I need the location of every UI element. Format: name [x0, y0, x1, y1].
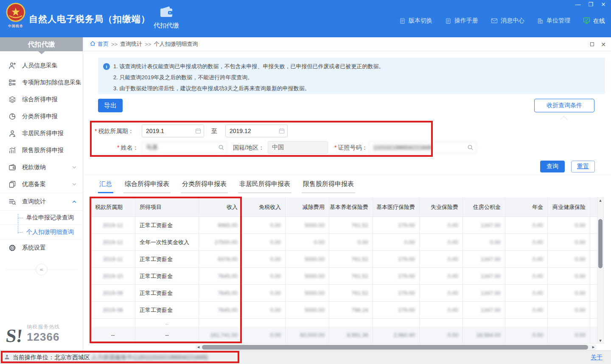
period-to-input[interactable] [225, 125, 288, 137]
restore-icon[interactable]: ❐ [587, 1, 594, 8]
cell-value: 0.00 [548, 285, 590, 302]
sidebar-item-comprehensive-income[interactable]: 综合所得申报 [0, 91, 83, 108]
totals-cell: 161,741.00 [199, 327, 242, 344]
scroll-right-icon[interactable]: ► [591, 345, 595, 349]
sidebar-nav: 人员信息采集专项附加扣除信息采集综合所得申报分类所得申报非居民所得申报限售股所得… [0, 51, 83, 256]
table-row[interactable]: 2019-09正常工资薪金7645.000.005000.00761.52279… [91, 285, 597, 302]
name-input[interactable] [142, 141, 227, 154]
scroll-down-icon[interactable]: ▼ [597, 339, 603, 343]
tab-综合所得申报表[interactable]: 综合所得申报表 [123, 180, 171, 193]
menu-item-label: 操作手册 [454, 17, 478, 25]
sidebar-item-restricted-shares[interactable]: 限售股所得申报 [0, 142, 83, 159]
totals-cell: 0.00 [242, 327, 286, 344]
calendar-icon[interactable] [279, 128, 285, 134]
menu-item-version-switch[interactable]: 版本切换 [399, 17, 432, 25]
totals-cell: 0.00 [420, 327, 463, 344]
menu-item-unit-management[interactable]: 单位管理 [537, 17, 570, 25]
search-list-icon [8, 198, 17, 206]
horizontal-scrollbar[interactable]: ◄ ► [196, 345, 596, 350]
table-row[interactable]: 2019-08正常工资薪金7645.000.005000.00798.24279… [91, 302, 597, 319]
query-form: *税款所属期： 至 *姓名： [84, 122, 611, 158]
tab-汇总[interactable]: 汇总 [98, 180, 113, 193]
sidebar-item-classified-income[interactable]: 分类所得申报 [0, 108, 83, 125]
about-link[interactable]: 关于 [591, 354, 603, 361]
calendar-icon[interactable] [195, 128, 201, 134]
cell-value: 5000.00 [286, 285, 329, 302]
cell-value [505, 319, 548, 327]
sidebar-item-system-settings[interactable]: 系统设置 [0, 239, 83, 256]
chevron-down-icon [72, 165, 77, 170]
table-row[interactable]: 2019-12正常工资薪金9985.000.005000.00761.52279… [91, 217, 597, 234]
vertical-scrollbar[interactable]: ▲ ▼ [597, 197, 604, 344]
table-row-partial[interactable]: .. [91, 319, 597, 327]
sidebar-item-nonresident-income[interactable]: 非居民所得申报 [0, 125, 83, 142]
cell-value: 0.00 [373, 234, 420, 251]
export-button[interactable]: 导出 [98, 99, 123, 112]
cell-value: 0.00 [329, 234, 373, 251]
breadcrumb-separator: >> [111, 41, 118, 47]
menu-item-message-center[interactable]: 消息中心 [491, 17, 524, 25]
sidebar-subitem-unit-declaration-record-query[interactable]: 单位申报记录查询 [0, 211, 83, 225]
chevron-up-icon [72, 199, 77, 204]
breadcrumb-separator: >> [145, 41, 151, 47]
scroll-up-icon[interactable]: ▲ [597, 198, 603, 203]
tab-限售股所得申报表[interactable]: 限售股所得申报表 [302, 180, 355, 193]
table-row[interactable]: 2019-10正常工资薪金7645.000.005000.00761.52279… [91, 268, 597, 285]
cell-value: 798.24 [329, 302, 373, 319]
name-field [142, 141, 227, 154]
cell-value: 279.00 [373, 251, 420, 268]
table-row[interactable]: 2019-11正常工资薪金9378.000.005000.00761.52279… [91, 251, 597, 268]
breadcrumb-home[interactable]: 首页 [90, 40, 109, 48]
sidebar-item-preferential-filing[interactable]: 优惠备案 [0, 176, 83, 193]
panel-maximize-icon[interactable] [590, 42, 594, 47]
menu-item-manual[interactable]: 操作手册 [445, 17, 478, 25]
breadcrumb-item-query-statistics[interactable]: 查询统计 [120, 40, 142, 48]
cell-value [590, 217, 597, 234]
search-icon[interactable] [467, 144, 474, 151]
cell-value: 9985.00 [199, 217, 242, 234]
sidebar-item-special-deduction[interactable]: 专项附加扣除信息采集 [0, 74, 83, 91]
column-header-5: 基本养老保险费 [329, 197, 373, 217]
app-title: 自然人电子税务局（扣缴端） [29, 13, 150, 25]
sidebar-collapse-button[interactable]: « [36, 264, 48, 275]
minimize-icon[interactable]: — [575, 1, 581, 8]
tab-非居民所得申报表[interactable]: 非居民所得申报表 [238, 180, 291, 193]
scroll-left-icon[interactable]: ◄ [196, 345, 200, 349]
top-tab-withholding[interactable]: 代扣代缴 [147, 5, 186, 33]
search-icon[interactable] [218, 144, 224, 151]
cell-value: 1347.00 [463, 285, 505, 302]
cell-value: 0.00 [242, 302, 286, 319]
online-status[interactable]: 在线 [583, 17, 605, 25]
vertical-scrollbar-thumb[interactable] [598, 219, 603, 268]
totals-cell: 60,000.00 [286, 327, 329, 344]
period-from-input[interactable] [142, 125, 204, 137]
horizontal-scrollbar-thumb[interactable] [202, 345, 588, 350]
sidebar-item-tax-payment[interactable]: 税款缴纳 [0, 159, 83, 176]
period-from-field [142, 125, 204, 137]
panel-close-icon[interactable]: ✕ [601, 42, 606, 47]
sidebar-header: 代扣代缴 [0, 37, 83, 51]
sidebar-item-label: 人员信息采集 [22, 62, 58, 69]
column-header-10: 商业健康保险 [548, 197, 590, 217]
sidebar-collapse-row: « [0, 263, 83, 276]
hotline-logo: S! [5, 328, 23, 345]
sidebar-item-personnel-info[interactable]: 人员信息采集 [0, 57, 83, 74]
table-row[interactable]: 2019-12全年一次性奖金收入27500.000.000.000.000.00… [91, 234, 597, 251]
id-number-field [369, 141, 476, 154]
cell-value: 0.00 [548, 302, 590, 319]
tab-分类所得申报表[interactable]: 分类所得申报表 [181, 180, 228, 193]
cell-value: 0.00 [505, 285, 548, 302]
sidebar-subitem-personal-withholding-detail-query[interactable]: 个人扣缴明细查询 [0, 225, 83, 239]
cell-income-item: 正常工资薪金 [135, 251, 199, 268]
sidebar-item-query-statistics[interactable]: 查询统计 [0, 193, 83, 210]
notice-line: 2. 只能查询2019年及之后的数据，不能进行跨年度查询。 [113, 72, 599, 83]
id-number-input[interactable] [369, 141, 476, 154]
cell-value: 761.52 [329, 268, 373, 285]
cell-value: 0.00 [242, 234, 286, 251]
close-icon[interactable]: ✕ [600, 1, 607, 8]
emblem-caption: 中国税务 [3, 24, 28, 28]
reset-button[interactable]: 重置 [571, 161, 595, 172]
query-button[interactable]: 查询 [540, 161, 565, 172]
cell-value: 279.00 [373, 285, 420, 302]
collapse-query-button[interactable]: 收折查询条件 [534, 99, 594, 112]
